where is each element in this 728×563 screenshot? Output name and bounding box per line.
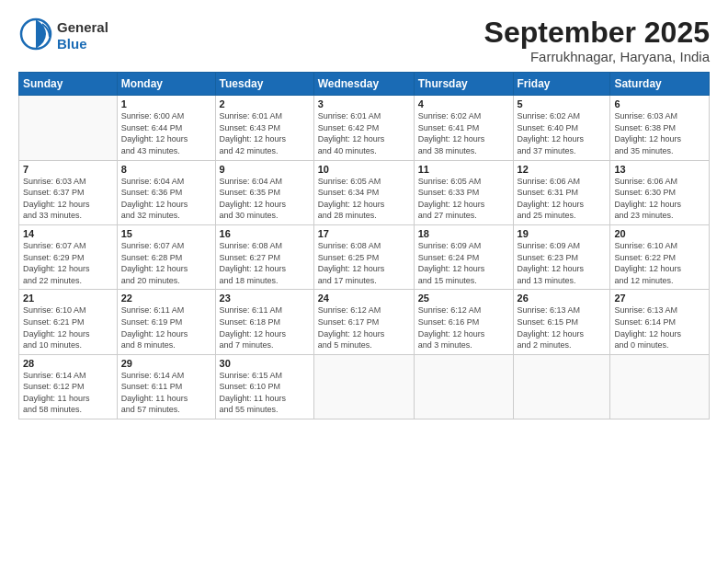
main-title: September 2025 — [484, 17, 710, 49]
calendar-cell — [19, 96, 118, 160]
day-info: Sunrise: 6:00 AM Sunset: 6:44 PM Dayligh… — [121, 110, 211, 156]
day-info: Sunrise: 6:06 AM Sunset: 6:30 PM Dayligh… — [614, 176, 705, 222]
weekday-header-saturday: Saturday — [610, 73, 710, 96]
day-info: Sunrise: 6:09 AM Sunset: 6:23 PM Dayligh… — [518, 240, 607, 286]
calendar-cell: 15Sunrise: 6:07 AM Sunset: 6:28 PM Dayli… — [117, 224, 215, 289]
day-number: 6 — [614, 98, 705, 109]
day-info: Sunrise: 6:01 AM Sunset: 6:42 PM Dayligh… — [318, 110, 410, 156]
calendar-cell: 30Sunrise: 6:15 AM Sunset: 6:10 PM Dayli… — [215, 354, 313, 419]
calendar: SundayMondayTuesdayWednesdayThursdayFrid… — [18, 72, 710, 419]
calendar-cell: 20Sunrise: 6:10 AM Sunset: 6:22 PM Dayli… — [610, 224, 710, 289]
calendar-cell: 14Sunrise: 6:07 AM Sunset: 6:29 PM Dayli… — [19, 224, 118, 289]
day-info: Sunrise: 6:10 AM Sunset: 6:21 PM Dayligh… — [23, 304, 113, 350]
weekday-header-wednesday: Wednesday — [313, 73, 414, 96]
day-info: Sunrise: 6:14 AM Sunset: 6:12 PM Dayligh… — [23, 370, 113, 416]
day-number: 28 — [23, 358, 113, 369]
calendar-cell: 16Sunrise: 6:08 AM Sunset: 6:27 PM Dayli… — [215, 224, 313, 289]
day-info: Sunrise: 6:13 AM Sunset: 6:15 PM Dayligh… — [518, 304, 607, 350]
calendar-cell: 19Sunrise: 6:09 AM Sunset: 6:23 PM Dayli… — [513, 224, 610, 289]
calendar-cell: 27Sunrise: 6:13 AM Sunset: 6:14 PM Dayli… — [610, 290, 710, 354]
day-number: 24 — [318, 293, 410, 304]
logo-general: General — [57, 19, 108, 36]
calendar-cell: 2Sunrise: 6:01 AM Sunset: 6:43 PM Daylig… — [215, 96, 313, 160]
calendar-cell: 17Sunrise: 6:08 AM Sunset: 6:25 PM Dayli… — [313, 224, 414, 289]
calendar-cell — [513, 354, 610, 419]
calendar-cell: 4Sunrise: 6:02 AM Sunset: 6:41 PM Daylig… — [414, 96, 513, 160]
day-number: 22 — [121, 293, 211, 304]
day-number: 9 — [220, 164, 310, 175]
weekday-header-tuesday: Tuesday — [215, 73, 313, 96]
day-info: Sunrise: 6:13 AM Sunset: 6:14 PM Dayligh… — [614, 304, 705, 350]
day-number: 26 — [518, 293, 607, 304]
day-number: 8 — [121, 164, 211, 175]
day-number: 27 — [614, 293, 705, 304]
calendar-cell: 10Sunrise: 6:05 AM Sunset: 6:34 PM Dayli… — [313, 160, 414, 224]
calendar-cell: 6Sunrise: 6:03 AM Sunset: 6:38 PM Daylig… — [610, 96, 710, 160]
title-block: September 2025 Farrukhnagar, Haryana, In… — [484, 17, 710, 64]
calendar-cell: 9Sunrise: 6:04 AM Sunset: 6:35 PM Daylig… — [215, 160, 313, 224]
logo-blue: Blue — [57, 36, 108, 52]
day-info: Sunrise: 6:08 AM Sunset: 6:25 PM Dayligh… — [318, 240, 410, 286]
logo-icon — [18, 17, 53, 52]
day-info: Sunrise: 6:05 AM Sunset: 6:34 PM Dayligh… — [318, 176, 410, 222]
calendar-cell: 28Sunrise: 6:14 AM Sunset: 6:12 PM Dayli… — [19, 354, 118, 419]
day-number: 19 — [518, 228, 607, 239]
day-number: 7 — [23, 164, 113, 175]
day-number: 21 — [23, 293, 113, 304]
weekday-header-friday: Friday — [513, 73, 610, 96]
day-info: Sunrise: 6:04 AM Sunset: 6:35 PM Dayligh… — [220, 176, 310, 222]
day-number: 16 — [220, 228, 310, 239]
day-number: 13 — [614, 164, 705, 175]
calendar-cell: 26Sunrise: 6:13 AM Sunset: 6:15 PM Dayli… — [513, 290, 610, 354]
day-info: Sunrise: 6:01 AM Sunset: 6:43 PM Dayligh… — [220, 110, 310, 156]
calendar-cell: 13Sunrise: 6:06 AM Sunset: 6:30 PM Dayli… — [610, 160, 710, 224]
day-info: Sunrise: 6:08 AM Sunset: 6:27 PM Dayligh… — [220, 240, 310, 286]
day-info: Sunrise: 6:07 AM Sunset: 6:29 PM Dayligh… — [23, 240, 113, 286]
calendar-cell: 18Sunrise: 6:09 AM Sunset: 6:24 PM Dayli… — [414, 224, 513, 289]
calendar-cell: 21Sunrise: 6:10 AM Sunset: 6:21 PM Dayli… — [19, 290, 118, 354]
calendar-cell: 22Sunrise: 6:11 AM Sunset: 6:19 PM Dayli… — [117, 290, 215, 354]
day-info: Sunrise: 6:14 AM Sunset: 6:11 PM Dayligh… — [121, 370, 211, 416]
weekday-header-thursday: Thursday — [414, 73, 513, 96]
day-number: 15 — [121, 228, 211, 239]
calendar-cell: 25Sunrise: 6:12 AM Sunset: 6:16 PM Dayli… — [414, 290, 513, 354]
day-info: Sunrise: 6:03 AM Sunset: 6:37 PM Dayligh… — [23, 176, 113, 222]
day-info: Sunrise: 6:12 AM Sunset: 6:16 PM Dayligh… — [418, 304, 509, 350]
day-number: 23 — [220, 293, 310, 304]
calendar-cell: 3Sunrise: 6:01 AM Sunset: 6:42 PM Daylig… — [313, 96, 414, 160]
calendar-cell: 8Sunrise: 6:04 AM Sunset: 6:36 PM Daylig… — [117, 160, 215, 224]
logo: General Blue — [18, 17, 108, 55]
calendar-cell — [610, 354, 710, 419]
day-info: Sunrise: 6:12 AM Sunset: 6:17 PM Dayligh… — [318, 304, 410, 350]
day-number: 29 — [121, 358, 211, 369]
calendar-cell: 24Sunrise: 6:12 AM Sunset: 6:17 PM Dayli… — [313, 290, 414, 354]
weekday-header-sunday: Sunday — [19, 73, 118, 96]
day-number: 17 — [318, 228, 410, 239]
calendar-cell — [313, 354, 414, 419]
day-number: 10 — [318, 164, 410, 175]
calendar-cell — [414, 354, 513, 419]
day-number: 18 — [418, 228, 509, 239]
day-info: Sunrise: 6:02 AM Sunset: 6:40 PM Dayligh… — [518, 110, 607, 156]
day-info: Sunrise: 6:05 AM Sunset: 6:33 PM Dayligh… — [418, 176, 509, 222]
day-number: 3 — [318, 98, 410, 109]
calendar-cell: 5Sunrise: 6:02 AM Sunset: 6:40 PM Daylig… — [513, 96, 610, 160]
day-number: 11 — [418, 164, 509, 175]
subtitle: Farrukhnagar, Haryana, India — [484, 49, 710, 64]
calendar-cell: 7Sunrise: 6:03 AM Sunset: 6:37 PM Daylig… — [19, 160, 118, 224]
day-info: Sunrise: 6:10 AM Sunset: 6:22 PM Dayligh… — [614, 240, 705, 286]
day-number: 5 — [518, 98, 607, 109]
day-number: 2 — [220, 98, 310, 109]
day-number: 20 — [614, 228, 705, 239]
calendar-cell: 11Sunrise: 6:05 AM Sunset: 6:33 PM Dayli… — [414, 160, 513, 224]
day-info: Sunrise: 6:06 AM Sunset: 6:31 PM Dayligh… — [518, 176, 607, 222]
day-info: Sunrise: 6:02 AM Sunset: 6:41 PM Dayligh… — [418, 110, 509, 156]
day-info: Sunrise: 6:15 AM Sunset: 6:10 PM Dayligh… — [220, 370, 310, 416]
calendar-cell: 29Sunrise: 6:14 AM Sunset: 6:11 PM Dayli… — [117, 354, 215, 419]
weekday-header-monday: Monday — [117, 73, 215, 96]
day-info: Sunrise: 6:07 AM Sunset: 6:28 PM Dayligh… — [121, 240, 211, 286]
day-info: Sunrise: 6:04 AM Sunset: 6:36 PM Dayligh… — [121, 176, 211, 222]
day-info: Sunrise: 6:11 AM Sunset: 6:19 PM Dayligh… — [121, 304, 211, 350]
calendar-cell: 1Sunrise: 6:00 AM Sunset: 6:44 PM Daylig… — [117, 96, 215, 160]
day-number: 14 — [23, 228, 113, 239]
